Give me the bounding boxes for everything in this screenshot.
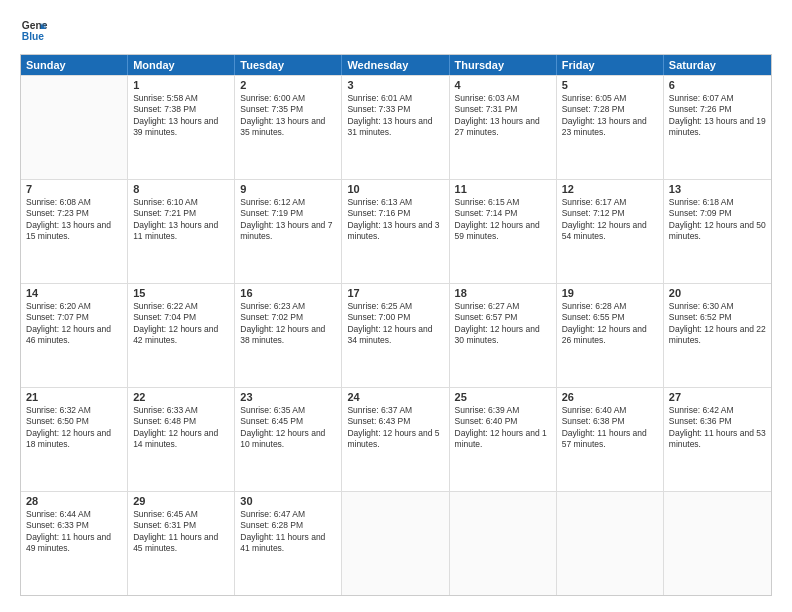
calendar-header: SundayMondayTuesdayWednesdayThursdayFrid… <box>21 55 771 75</box>
cell-info: Sunrise: 6:27 AM Sunset: 6:57 PM Dayligh… <box>455 301 551 347</box>
cell-info: Sunrise: 6:15 AM Sunset: 7:14 PM Dayligh… <box>455 197 551 243</box>
day-number: 13 <box>669 183 766 195</box>
day-cell-22: 22 Sunrise: 6:33 AM Sunset: 6:48 PM Dayl… <box>128 388 235 491</box>
day-cell-20: 20 Sunrise: 6:30 AM Sunset: 6:52 PM Dayl… <box>664 284 771 387</box>
day-number: 3 <box>347 79 443 91</box>
day-number: 8 <box>133 183 229 195</box>
day-number: 12 <box>562 183 658 195</box>
cell-info: Sunrise: 6:35 AM Sunset: 6:45 PM Dayligh… <box>240 405 336 451</box>
day-cell-1: 1 Sunrise: 5:58 AM Sunset: 7:38 PM Dayli… <box>128 76 235 179</box>
cell-info: Sunrise: 6:23 AM Sunset: 7:02 PM Dayligh… <box>240 301 336 347</box>
day-number: 28 <box>26 495 122 507</box>
cell-info: Sunrise: 6:39 AM Sunset: 6:40 PM Dayligh… <box>455 405 551 451</box>
day-cell-8: 8 Sunrise: 6:10 AM Sunset: 7:21 PM Dayli… <box>128 180 235 283</box>
day-number: 22 <box>133 391 229 403</box>
cell-info: Sunrise: 6:25 AM Sunset: 7:00 PM Dayligh… <box>347 301 443 347</box>
day-cell-2: 2 Sunrise: 6:00 AM Sunset: 7:35 PM Dayli… <box>235 76 342 179</box>
day-cell-3: 3 Sunrise: 6:01 AM Sunset: 7:33 PM Dayli… <box>342 76 449 179</box>
day-number: 27 <box>669 391 766 403</box>
day-cell-26: 26 Sunrise: 6:40 AM Sunset: 6:38 PM Dayl… <box>557 388 664 491</box>
day-number: 2 <box>240 79 336 91</box>
day-cell-15: 15 Sunrise: 6:22 AM Sunset: 7:04 PM Dayl… <box>128 284 235 387</box>
calendar-row-1: 1 Sunrise: 5:58 AM Sunset: 7:38 PM Dayli… <box>21 75 771 179</box>
header-day-friday: Friday <box>557 55 664 75</box>
cell-info: Sunrise: 6:30 AM Sunset: 6:52 PM Dayligh… <box>669 301 766 347</box>
day-cell-29: 29 Sunrise: 6:45 AM Sunset: 6:31 PM Dayl… <box>128 492 235 595</box>
empty-cell <box>21 76 128 179</box>
cell-info: Sunrise: 6:44 AM Sunset: 6:33 PM Dayligh… <box>26 509 122 555</box>
header-day-thursday: Thursday <box>450 55 557 75</box>
calendar-row-5: 28 Sunrise: 6:44 AM Sunset: 6:33 PM Dayl… <box>21 491 771 595</box>
day-number: 15 <box>133 287 229 299</box>
cell-info: Sunrise: 6:47 AM Sunset: 6:28 PM Dayligh… <box>240 509 336 555</box>
day-cell-10: 10 Sunrise: 6:13 AM Sunset: 7:16 PM Dayl… <box>342 180 449 283</box>
day-cell-5: 5 Sunrise: 6:05 AM Sunset: 7:28 PM Dayli… <box>557 76 664 179</box>
logo-icon: General Blue <box>20 16 48 44</box>
day-number: 4 <box>455 79 551 91</box>
cell-info: Sunrise: 6:08 AM Sunset: 7:23 PM Dayligh… <box>26 197 122 243</box>
day-number: 5 <box>562 79 658 91</box>
cell-info: Sunrise: 6:42 AM Sunset: 6:36 PM Dayligh… <box>669 405 766 451</box>
day-cell-14: 14 Sunrise: 6:20 AM Sunset: 7:07 PM Dayl… <box>21 284 128 387</box>
cell-info: Sunrise: 6:32 AM Sunset: 6:50 PM Dayligh… <box>26 405 122 451</box>
day-cell-24: 24 Sunrise: 6:37 AM Sunset: 6:43 PM Dayl… <box>342 388 449 491</box>
day-number: 1 <box>133 79 229 91</box>
day-cell-11: 11 Sunrise: 6:15 AM Sunset: 7:14 PM Dayl… <box>450 180 557 283</box>
cell-info: Sunrise: 6:33 AM Sunset: 6:48 PM Dayligh… <box>133 405 229 451</box>
day-cell-4: 4 Sunrise: 6:03 AM Sunset: 7:31 PM Dayli… <box>450 76 557 179</box>
calendar-row-3: 14 Sunrise: 6:20 AM Sunset: 7:07 PM Dayl… <box>21 283 771 387</box>
cell-info: Sunrise: 6:07 AM Sunset: 7:26 PM Dayligh… <box>669 93 766 139</box>
day-number: 9 <box>240 183 336 195</box>
day-cell-18: 18 Sunrise: 6:27 AM Sunset: 6:57 PM Dayl… <box>450 284 557 387</box>
header-day-monday: Monday <box>128 55 235 75</box>
day-number: 20 <box>669 287 766 299</box>
cell-info: Sunrise: 6:12 AM Sunset: 7:19 PM Dayligh… <box>240 197 336 243</box>
day-number: 19 <box>562 287 658 299</box>
cell-info: Sunrise: 6:45 AM Sunset: 6:31 PM Dayligh… <box>133 509 229 555</box>
cell-info: Sunrise: 6:13 AM Sunset: 7:16 PM Dayligh… <box>347 197 443 243</box>
empty-cell <box>450 492 557 595</box>
day-number: 10 <box>347 183 443 195</box>
cell-info: Sunrise: 6:10 AM Sunset: 7:21 PM Dayligh… <box>133 197 229 243</box>
empty-cell <box>342 492 449 595</box>
cell-info: Sunrise: 6:17 AM Sunset: 7:12 PM Dayligh… <box>562 197 658 243</box>
day-number: 25 <box>455 391 551 403</box>
day-number: 18 <box>455 287 551 299</box>
day-cell-23: 23 Sunrise: 6:35 AM Sunset: 6:45 PM Dayl… <box>235 388 342 491</box>
day-cell-28: 28 Sunrise: 6:44 AM Sunset: 6:33 PM Dayl… <box>21 492 128 595</box>
header-day-saturday: Saturday <box>664 55 771 75</box>
page: General Blue SundayMondayTuesdayWednesda… <box>0 0 792 612</box>
empty-cell <box>557 492 664 595</box>
header-day-tuesday: Tuesday <box>235 55 342 75</box>
calendar: SundayMondayTuesdayWednesdayThursdayFrid… <box>20 54 772 596</box>
cell-info: Sunrise: 5:58 AM Sunset: 7:38 PM Dayligh… <box>133 93 229 139</box>
day-number: 14 <box>26 287 122 299</box>
day-cell-16: 16 Sunrise: 6:23 AM Sunset: 7:02 PM Dayl… <box>235 284 342 387</box>
day-cell-9: 9 Sunrise: 6:12 AM Sunset: 7:19 PM Dayli… <box>235 180 342 283</box>
day-cell-13: 13 Sunrise: 6:18 AM Sunset: 7:09 PM Dayl… <box>664 180 771 283</box>
calendar-body: 1 Sunrise: 5:58 AM Sunset: 7:38 PM Dayli… <box>21 75 771 595</box>
empty-cell <box>664 492 771 595</box>
day-number: 24 <box>347 391 443 403</box>
day-number: 21 <box>26 391 122 403</box>
day-number: 23 <box>240 391 336 403</box>
day-number: 29 <box>133 495 229 507</box>
day-cell-19: 19 Sunrise: 6:28 AM Sunset: 6:55 PM Dayl… <box>557 284 664 387</box>
logo: General Blue <box>20 16 48 44</box>
cell-info: Sunrise: 6:20 AM Sunset: 7:07 PM Dayligh… <box>26 301 122 347</box>
header-day-wednesday: Wednesday <box>342 55 449 75</box>
cell-info: Sunrise: 6:28 AM Sunset: 6:55 PM Dayligh… <box>562 301 658 347</box>
cell-info: Sunrise: 6:03 AM Sunset: 7:31 PM Dayligh… <box>455 93 551 139</box>
calendar-row-2: 7 Sunrise: 6:08 AM Sunset: 7:23 PM Dayli… <box>21 179 771 283</box>
day-cell-30: 30 Sunrise: 6:47 AM Sunset: 6:28 PM Dayl… <box>235 492 342 595</box>
cell-info: Sunrise: 6:18 AM Sunset: 7:09 PM Dayligh… <box>669 197 766 243</box>
cell-info: Sunrise: 6:05 AM Sunset: 7:28 PM Dayligh… <box>562 93 658 139</box>
cell-info: Sunrise: 6:00 AM Sunset: 7:35 PM Dayligh… <box>240 93 336 139</box>
day-number: 30 <box>240 495 336 507</box>
day-cell-6: 6 Sunrise: 6:07 AM Sunset: 7:26 PM Dayli… <box>664 76 771 179</box>
day-cell-7: 7 Sunrise: 6:08 AM Sunset: 7:23 PM Dayli… <box>21 180 128 283</box>
cell-info: Sunrise: 6:40 AM Sunset: 6:38 PM Dayligh… <box>562 405 658 451</box>
day-number: 11 <box>455 183 551 195</box>
day-cell-17: 17 Sunrise: 6:25 AM Sunset: 7:00 PM Dayl… <box>342 284 449 387</box>
cell-info: Sunrise: 6:22 AM Sunset: 7:04 PM Dayligh… <box>133 301 229 347</box>
